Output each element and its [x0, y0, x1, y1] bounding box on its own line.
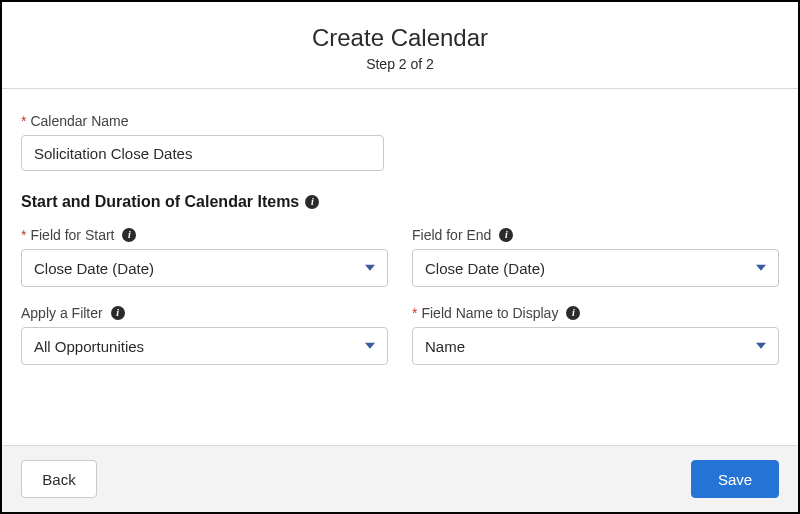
apply-filter-group: Apply a Filter i All Opportunities	[21, 305, 388, 383]
field-for-start-select[interactable]: Close Date (Date)	[21, 249, 388, 287]
modal-body: * Calendar Name Start and Duration of Ca…	[2, 89, 798, 445]
info-icon[interactable]: i	[566, 306, 580, 320]
field-row-2: Apply a Filter i All Opportunities *	[21, 305, 779, 383]
label-text: Field Name to Display	[421, 305, 558, 321]
info-icon[interactable]: i	[111, 306, 125, 320]
modal-subtitle: Step 2 of 2	[2, 56, 798, 72]
calendar-name-group: * Calendar Name	[21, 113, 779, 171]
calendar-name-input[interactable]	[21, 135, 384, 171]
info-icon[interactable]: i	[499, 228, 513, 242]
field-for-start-group: * Field for Start i Close Date (Date)	[21, 227, 388, 305]
calendar-name-label: * Calendar Name	[21, 113, 779, 129]
select-value: Close Date (Date)	[34, 260, 154, 277]
apply-filter-label: Apply a Filter i	[21, 305, 388, 321]
chevron-down-icon	[365, 265, 375, 271]
required-indicator: *	[21, 227, 26, 243]
label-text: Apply a Filter	[21, 305, 103, 321]
chevron-down-icon	[756, 265, 766, 271]
create-calendar-modal: Create Calendar Step 2 of 2 * Calendar N…	[0, 0, 800, 514]
apply-filter-select[interactable]: All Opportunities	[21, 327, 388, 365]
label-text: Calendar Name	[30, 113, 128, 129]
field-for-end-group: Field for End i Close Date (Date)	[412, 227, 779, 305]
field-name-display-select[interactable]: Name	[412, 327, 779, 365]
required-indicator: *	[412, 305, 417, 321]
section-heading-text: Start and Duration of Calendar Items	[21, 193, 299, 211]
field-for-end-label: Field for End i	[412, 227, 779, 243]
field-row-1: * Field for Start i Close Date (Date)	[21, 227, 779, 305]
chevron-down-icon	[365, 343, 375, 349]
label-text: Field for Start	[30, 227, 114, 243]
label-text: Field for End	[412, 227, 491, 243]
modal-footer: Back Save	[2, 445, 798, 512]
required-indicator: *	[21, 113, 26, 129]
field-name-display-group: * Field Name to Display i Name	[412, 305, 779, 383]
chevron-down-icon	[756, 343, 766, 349]
field-name-display-label: * Field Name to Display i	[412, 305, 779, 321]
back-button[interactable]: Back	[21, 460, 97, 498]
modal-title: Create Calendar	[2, 24, 798, 52]
info-icon[interactable]: i	[305, 195, 319, 209]
info-icon[interactable]: i	[122, 228, 136, 242]
select-value: All Opportunities	[34, 338, 144, 355]
modal-header: Create Calendar Step 2 of 2	[2, 2, 798, 89]
select-value: Close Date (Date)	[425, 260, 545, 277]
select-value: Name	[425, 338, 465, 355]
field-for-end-select[interactable]: Close Date (Date)	[412, 249, 779, 287]
field-for-start-label: * Field for Start i	[21, 227, 388, 243]
section-heading: Start and Duration of Calendar Items i	[21, 193, 779, 211]
save-button[interactable]: Save	[691, 460, 779, 498]
